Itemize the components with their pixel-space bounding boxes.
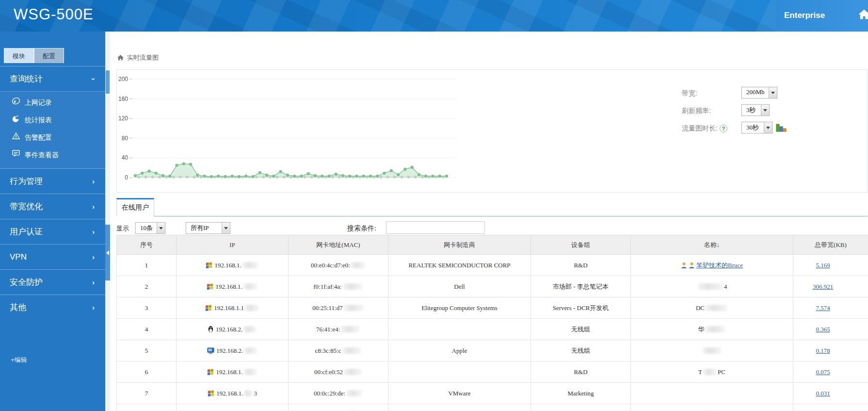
sidebar-group-5[interactable]: VPN› — [0, 244, 105, 269]
cell-text: 00:0c:29:de: — [314, 390, 345, 397]
sidebar-collapse-handle[interactable] — [105, 225, 110, 280]
bandwidth-select[interactable]: 200Mb — [741, 87, 777, 99]
sidebar-group-label: VPN — [10, 252, 27, 262]
cell-bandwidth: 0.031 — [793, 383, 868, 404]
table-row[interactable]: 3192.168.1.100:25:11:d7Elitegroup Comput… — [117, 297, 868, 319]
home-icon[interactable] — [857, 8, 868, 21]
cell-mac: 00:25:11:d7 — [289, 297, 388, 319]
column-header-5[interactable]: 设备组 — [531, 235, 631, 255]
bandwidth-link[interactable]: 0.075 — [816, 368, 830, 376]
table-row[interactable]: 4192.168.2.76:41:e4:无线组华0.365 — [117, 319, 868, 340]
chevron-down-icon — [761, 105, 769, 115]
column-header-4[interactable]: 网卡制造商 — [388, 235, 531, 255]
svg-text:120: 120 — [118, 115, 128, 122]
user-name-link[interactable]: 笨驴技术的Bruce — [696, 262, 743, 269]
column-header-3[interactable]: 网卡地址(MAC) — [289, 235, 388, 255]
censored-text — [706, 326, 725, 332]
ie-icon: e — [12, 94, 25, 111]
sidebar-group-3[interactable]: 带宽优化› — [0, 194, 105, 219]
chevron-right-icon: › — [92, 194, 95, 219]
sidebar-scroll-strip — [105, 32, 110, 411]
sidebar-group-4[interactable]: 用户认证› — [0, 219, 105, 244]
cell-text: DC — [696, 304, 705, 312]
cell-text: 华 — [698, 326, 705, 333]
refresh-rate-select[interactable]: 3秒 — [741, 104, 770, 116]
cell-group: Marketing — [531, 404, 631, 411]
sidebar: 模块 配置 查询统计›e上网记录统计报表告警配置事件查看器行为管理›带宽优化›用… — [0, 32, 105, 411]
tab-online-users[interactable]: 在线用户 — [116, 198, 154, 216]
sidebar-item-上网记录[interactable]: e上网记录 — [0, 94, 105, 111]
sidebar-group-1[interactable]: 查询统计› — [0, 66, 105, 91]
table-row[interactable]: 1192.168.1.00:e0:4c:d7:e0:REALTEK SEMICO… — [117, 255, 868, 276]
column-header-7[interactable]: 总带宽(KB) — [793, 235, 868, 255]
cell-index: 8 — [117, 404, 177, 411]
table-row[interactable]: 6192.168.1.00:cf:e0:52R&DTPC0.075 — [117, 362, 868, 383]
sidebar-tab-config[interactable]: 配置 — [34, 48, 64, 63]
cell-name — [631, 340, 793, 362]
sidebar-group-2[interactable]: 行为管理› — [0, 168, 105, 194]
table-row[interactable]: 7192.168.1.300:0c:29:de:VMwareMarketing0… — [117, 383, 868, 404]
sidebar-tab-modules[interactable]: 模块 — [4, 48, 34, 63]
ip-filter-select[interactable]: 所有IP — [186, 222, 230, 234]
sidebar-group-7[interactable]: 其他› — [0, 295, 105, 320]
censored-text — [243, 326, 256, 332]
bandwidth-link[interactable]: 0.178 — [816, 347, 830, 354]
censored-text — [703, 369, 717, 375]
sidebar-group-6[interactable]: 安全防护› — [0, 269, 105, 295]
bandwidth-link[interactable]: 5.169 — [816, 262, 830, 269]
table-row[interactable]: 2192.168.1.f0:1f:af:4a:Dell市场部 - 李总笔记本43… — [117, 276, 868, 297]
cell-mac: f0:1f:af:4a: — [289, 276, 388, 297]
sidebar-tabs: 模块 配置 — [4, 48, 64, 63]
chevron-down-icon — [157, 223, 165, 233]
cell-mac: 00:0c:29:de: — [289, 383, 388, 404]
breadcrumb-title: 实时流量图 — [127, 53, 159, 62]
bar-chart-icon[interactable] — [776, 123, 787, 132]
censored-text — [244, 390, 253, 396]
column-header-6[interactable]: 名称↓ — [631, 235, 793, 255]
cell-mac: 00:cf:e0:52 — [289, 362, 388, 383]
search-input[interactable] — [386, 221, 485, 234]
cell-ip: 192.168.2. — [177, 319, 289, 340]
event-icon — [12, 146, 25, 164]
sidebar-item-事件查看器[interactable]: 事件查看器 — [0, 146, 105, 164]
page-size-select[interactable]: 10条 — [135, 222, 165, 234]
bandwidth-link[interactable]: 7.574 — [816, 304, 830, 312]
sidebar-edit-link[interactable]: +编辑 — [11, 356, 27, 364]
cell-text: 00:cf:e0:52 — [314, 368, 343, 376]
duration-label: 流量图时长: — [682, 124, 718, 133]
breadcrumb-home-icon[interactable] — [116, 54, 125, 62]
column-header-1[interactable]: 序号 — [117, 235, 177, 255]
bandwidth-link[interactable]: 0.365 — [816, 326, 830, 333]
cell-group: 无线组 — [531, 340, 631, 362]
cell-index: 5 — [117, 340, 177, 362]
cell-index: 1 — [117, 255, 177, 276]
cell-ip: 192.168.1. — [177, 276, 289, 297]
table-header-row: 序号IP网卡地址(MAC)网卡制造商设备组名称↓总带宽(KB) — [117, 235, 868, 255]
online-users-table: 序号IP网卡地址(MAC)网卡制造商设备组名称↓总带宽(KB) 1192.168… — [116, 235, 868, 411]
cell-vendor — [388, 319, 531, 340]
bandwidth-link[interactable]: 0.031 — [816, 390, 830, 397]
column-header-2[interactable]: IP — [177, 235, 289, 255]
cell-text: 192.168.2. — [216, 347, 243, 354]
table-row[interactable]: 8192.168.1.24000:0c:82:1d:9VMwareMarketi… — [117, 404, 868, 411]
censored-text — [706, 305, 727, 311]
cell-ip: 192.168.1. — [177, 362, 289, 383]
bandwidth-link[interactable]: 306.921 — [813, 283, 833, 290]
scrollbar-thumb[interactable] — [106, 70, 110, 94]
windows-os-icon — [207, 283, 215, 290]
sidebar-item-告警配置[interactable]: 告警配置 — [0, 129, 105, 146]
sidebar-item-统计报表[interactable]: 统计报表 — [0, 111, 105, 129]
windows-os-icon — [208, 390, 216, 397]
cell-ip: 192.168.1.1 — [177, 297, 289, 319]
cell-name: 4 — [631, 276, 793, 297]
search-label: 搜索条件: — [347, 224, 376, 233]
table-row[interactable]: 5192.168.2.c8:3c:85:cApple无线组0.178 — [117, 340, 868, 362]
cell-vendor: Apple — [388, 340, 531, 362]
cell-text: T — [698, 368, 702, 376]
cell-text: 192.168.2. — [216, 326, 242, 333]
chevron-right-icon: › — [92, 295, 95, 320]
duration-select[interactable]: 30秒 — [741, 122, 772, 133]
help-icon[interactable]: ? — [720, 125, 727, 132]
show-label: 显示 — [116, 224, 129, 233]
cell-text: c8:3c:85:c — [315, 347, 341, 354]
